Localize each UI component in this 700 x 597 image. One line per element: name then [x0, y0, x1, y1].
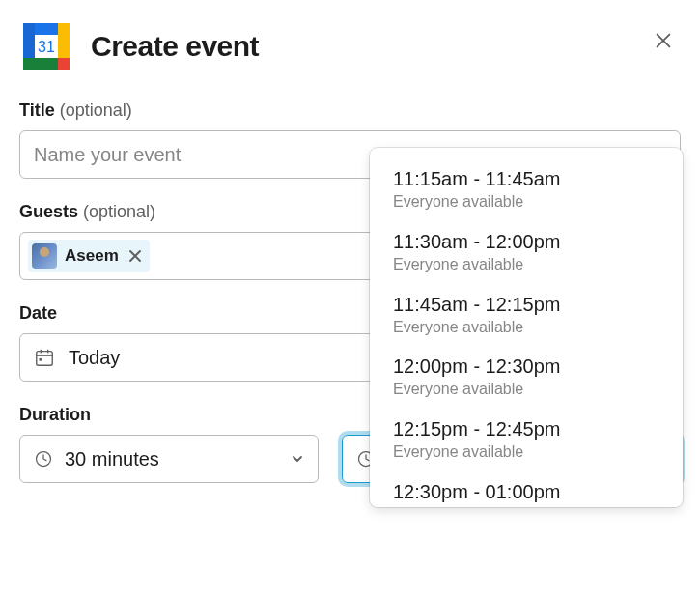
svg-rect-9: [37, 352, 53, 366]
modal-title: Create event: [91, 30, 259, 63]
dropdown-item[interactable]: 11:15am - 11:45am Everyone available: [370, 159, 683, 222]
calendar-icon: [34, 347, 55, 368]
guest-name: Aseem: [65, 246, 119, 266]
dropdown-availability: Everyone available: [393, 255, 659, 275]
chevron-down-icon: [291, 452, 304, 466]
dropdown-availability: Everyone available: [393, 318, 659, 338]
calendar-app-icon: 31: [19, 19, 73, 73]
guests-optional-text: (optional): [83, 202, 155, 221]
dropdown-item[interactable]: 12:30pm - 01:00pm: [370, 472, 683, 507]
svg-rect-6: [23, 58, 35, 70]
title-label: Title (optional): [19, 100, 681, 121]
dropdown-availability: Everyone available: [393, 192, 659, 213]
duration-value: 30 minutes: [65, 448, 279, 470]
remove-guest-button[interactable]: [126, 247, 144, 265]
dropdown-time: 11:15am - 11:45am: [393, 165, 659, 192]
guests-label-text: Guests: [19, 202, 78, 221]
duration-column: Duration 30 minutes: [19, 405, 319, 483]
duration-label-text: Duration: [19, 405, 91, 424]
clock-icon: [34, 449, 53, 469]
dropdown-item[interactable]: 12:00pm - 12:30pm Everyone available: [370, 347, 683, 410]
svg-text:31: 31: [38, 39, 55, 55]
dropdown-time: 11:30am - 12:00pm: [393, 228, 659, 255]
modal-header: 31 Create event: [19, 19, 681, 73]
close-icon: [653, 30, 674, 51]
dropdown-time: 12:00pm - 12:30pm: [393, 353, 659, 380]
close-button[interactable]: [650, 27, 677, 54]
close-icon: [128, 249, 142, 263]
duration-select[interactable]: 30 minutes: [19, 435, 319, 483]
time-dropdown: 11:15am - 11:45am Everyone available 11:…: [370, 148, 683, 507]
dropdown-item[interactable]: 11:45am - 12:15pm Everyone available: [370, 285, 683, 348]
date-label-text: Date: [19, 303, 57, 323]
dropdown-item[interactable]: 11:30am - 12:00pm Everyone available: [370, 222, 683, 285]
date-value: Today: [69, 347, 120, 369]
svg-rect-13: [40, 358, 42, 361]
svg-rect-5: [58, 58, 70, 70]
avatar: [32, 243, 57, 269]
guest-chip: Aseem: [28, 240, 150, 272]
title-optional-text: (optional): [60, 100, 132, 120]
title-label-text: Title: [19, 100, 55, 120]
dropdown-availability: Everyone available: [393, 442, 659, 463]
dropdown-time: 12:30pm - 01:00pm: [393, 478, 659, 505]
duration-label: Duration: [19, 405, 319, 425]
dropdown-time: 11:45am - 12:15pm: [393, 291, 659, 318]
dropdown-availability: Everyone available: [393, 380, 659, 400]
dropdown-time: 12:15pm - 12:45pm: [393, 415, 659, 442]
dropdown-item[interactable]: 12:15pm - 12:45pm Everyone available: [370, 410, 683, 472]
